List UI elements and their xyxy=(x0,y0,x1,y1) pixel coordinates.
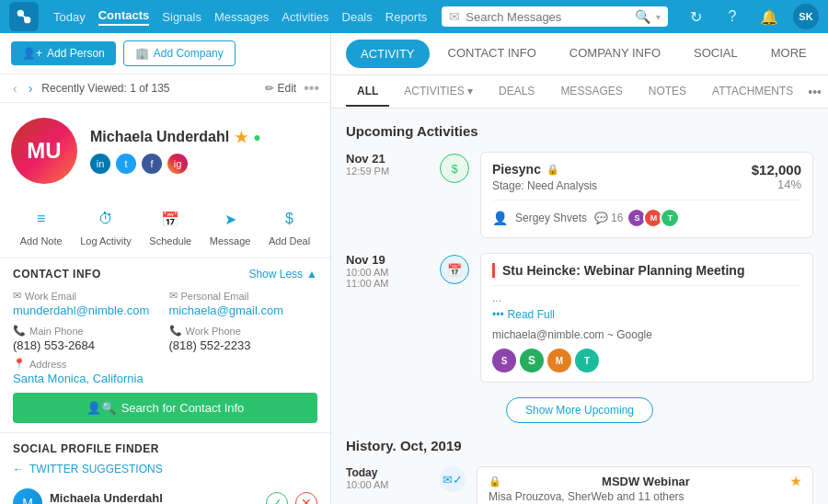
add-company-icon: 🏢 xyxy=(135,47,149,60)
action-buttons: ≡ Add Note ⏱ Log Activity 📅 Schedule ➤ M… xyxy=(0,199,330,258)
instagram-icon[interactable]: ig xyxy=(167,154,188,174)
favorite-star-icon[interactable]: ★ xyxy=(235,129,247,146)
time-11am: 11:00 AM xyxy=(346,278,429,289)
log-activity-button[interactable]: ⏱ Log Activity xyxy=(80,206,132,246)
work-phone-value[interactable]: (818) 552-2233 xyxy=(169,338,318,352)
nav-reports[interactable]: Reports xyxy=(385,10,428,24)
facebook-icon[interactable]: f xyxy=(142,154,162,174)
work-phone-item: 📞 Work Phone (818) 552-2233 xyxy=(169,325,318,352)
tab-company-info[interactable]: COMPANY INFO xyxy=(555,35,675,74)
history-title-0: 🔒 MSDW Webinar ★ xyxy=(489,475,801,488)
messages-icon: 💬 xyxy=(594,212,608,224)
tab-activity[interactable]: ACTIVITY xyxy=(346,40,430,68)
history-content-0: 🔒 MSDW Webinar ★ Misa Prouzova, SherWeb … xyxy=(477,466,813,504)
sub-tab-activities[interactable]: ACTIVITIES ▾ xyxy=(393,77,484,107)
activity-log-icon: ⏱ xyxy=(93,206,119,232)
history-star-0[interactable]: ★ xyxy=(790,475,801,488)
deal-person-name: Sergey Shvets xyxy=(515,212,587,224)
logo[interactable] xyxy=(9,2,39,31)
address-value[interactable]: Santa Monica, California xyxy=(13,372,317,385)
contact-avatar: MU xyxy=(11,118,77,184)
message-button[interactable]: ➤ Message xyxy=(210,206,251,246)
next-contact-button[interactable]: › xyxy=(27,81,35,96)
svg-line-2 xyxy=(20,13,27,19)
user-avatar[interactable]: SK xyxy=(793,4,819,29)
whatsapp-icon[interactable]: ● xyxy=(253,130,260,144)
history-date-today: Today 10:00 AM xyxy=(346,466,429,504)
address-item: 📍 Address Santa Monica, California xyxy=(13,358,317,385)
work-email-value[interactable]: munderdahl@nimble.com xyxy=(13,304,162,317)
edit-contact-button[interactable]: ✏ Edit xyxy=(265,82,297,95)
deal-percent: 14% xyxy=(752,178,801,191)
event-source: michaela@nimble.com ~ Google xyxy=(492,328,801,341)
add-note-button[interactable]: ≡ Add Note xyxy=(20,206,63,246)
contact-info-title: CONTACT INFO xyxy=(13,268,101,281)
main-phone-value[interactable]: (818) 553-2684 xyxy=(13,338,162,352)
tab-social[interactable]: SOCIAL xyxy=(679,35,753,74)
deal-lock-icon: 🔒 xyxy=(546,164,559,176)
linkedin-icon[interactable]: in xyxy=(90,154,110,174)
show-more-upcoming-button[interactable]: Show More Upcoming xyxy=(506,397,653,423)
history-time-0: 10:00 AM xyxy=(346,479,429,490)
search-input[interactable] xyxy=(466,10,629,24)
sub-tab-notes[interactable]: NOTES xyxy=(638,77,697,107)
deal-card: Piesync 🔒 Stage: Need Analysis $12,000 1… xyxy=(480,152,813,238)
twitter-icon[interactable]: t xyxy=(116,154,136,174)
show-more-upcoming: Show More Upcoming xyxy=(346,397,813,423)
sub-tab-messages[interactable]: MESSAGES xyxy=(549,77,633,107)
refresh-icon[interactable]: ↻ xyxy=(683,4,708,29)
twitter-suggestion-info: Michaela Underdahl @cats_n_bread xyxy=(50,491,259,505)
back-arrow-icon: ← xyxy=(13,463,24,475)
add-company-button[interactable]: 🏢 Add Company xyxy=(123,40,236,66)
contact-card: MU Michaela Underdahl ★ ● in t f ig xyxy=(0,103,330,199)
recently-viewed-bar: ‹ › Recently Viewed: 1 of 135 ✏ Edit ••• xyxy=(0,74,330,103)
deal-footer: 👤 Sergey Shvets 💬 16 S M T xyxy=(492,200,801,228)
nav-activities[interactable]: Activities xyxy=(282,10,328,24)
event-ellipsis: ... xyxy=(492,292,801,304)
nav-today[interactable]: Today xyxy=(53,10,86,24)
sub-tab-attachments[interactable]: ATTACHMENTS xyxy=(701,77,804,107)
twitter-suggestion-actions: ✓ ✕ xyxy=(266,492,317,504)
deal-person-avatar: 👤 xyxy=(492,211,508,225)
recently-viewed-text: Recently Viewed: 1 of 135 xyxy=(41,82,257,95)
nav-links: Today Contacts Signals Messages Activiti… xyxy=(53,8,427,26)
twitter-suggestions-toggle[interactable]: ← TWITTER SUGGESTIONS xyxy=(13,463,317,475)
nav-deals[interactable]: Deals xyxy=(342,10,373,24)
prev-contact-button[interactable]: ‹ xyxy=(11,81,19,96)
schedule-button[interactable]: 📅 Schedule xyxy=(149,206,191,246)
twitter-reject-button[interactable]: ✕ xyxy=(295,492,317,504)
personal-email-value[interactable]: michaela@gmail.com xyxy=(169,304,318,317)
location-icon: 📍 xyxy=(13,358,26,370)
email-icon: ✉ xyxy=(13,290,21,302)
add-deal-button[interactable]: $ Add Deal xyxy=(269,206,310,246)
event-avatar-1: S xyxy=(492,349,516,372)
timeline-item-event: Nov 19 10:00 AM 11:00 AM 📅 Stu Heincke: … xyxy=(346,253,813,383)
deal-card-inner: Piesync 🔒 Stage: Need Analysis $12,000 1… xyxy=(492,162,801,192)
show-less-button[interactable]: Show Less ▲ xyxy=(248,268,317,281)
more-options-button[interactable]: ••• xyxy=(304,80,319,97)
nav-messages[interactable]: Messages xyxy=(214,10,269,24)
personal-email-item: ✉ Personal Email michaela@gmail.com xyxy=(169,290,318,317)
sub-tab-overflow[interactable]: ••• xyxy=(808,85,822,99)
timeline-item-deal: Nov 21 12:59 PM $ Piesync 🔒 Stage: Need … xyxy=(346,152,813,238)
event-avatar-2: S xyxy=(520,349,544,372)
message-send-icon: ➤ xyxy=(217,206,243,232)
history-item-msdw: Today 10:00 AM ✉✓ 🔒 MSDW Webinar ★ Misa … xyxy=(346,466,813,504)
read-full-button[interactable]: ••• Read Full xyxy=(492,308,801,321)
notifications-icon[interactable]: 🔔 xyxy=(756,4,782,29)
help-icon[interactable]: ? xyxy=(719,4,745,29)
deal-avatars: S M T xyxy=(630,208,680,228)
tab-more[interactable]: MORE xyxy=(756,35,822,74)
search-contact-info-button[interactable]: 👤🔍 Search for Contact Info xyxy=(13,393,317,423)
add-person-icon: 👤+ xyxy=(22,47,42,60)
twitter-accept-button[interactable]: ✓ xyxy=(266,492,288,504)
sub-tab-all[interactable]: ALL xyxy=(346,77,389,107)
add-person-button[interactable]: 👤+ Add Person xyxy=(11,41,116,65)
sub-tab-deals[interactable]: DEALS xyxy=(488,77,546,107)
nav-contacts[interactable]: Contacts xyxy=(98,8,150,26)
search-bar: ✉ 🔍 ▾ xyxy=(442,6,668,27)
tab-contact-info[interactable]: CONTACT INFO xyxy=(433,35,551,74)
ellipsis-icon: ••• xyxy=(492,308,504,321)
nav-signals[interactable]: Signals xyxy=(162,10,201,24)
contact-info-grid: ✉ Work Email munderdahl@nimble.com ✉ Per… xyxy=(13,290,317,352)
